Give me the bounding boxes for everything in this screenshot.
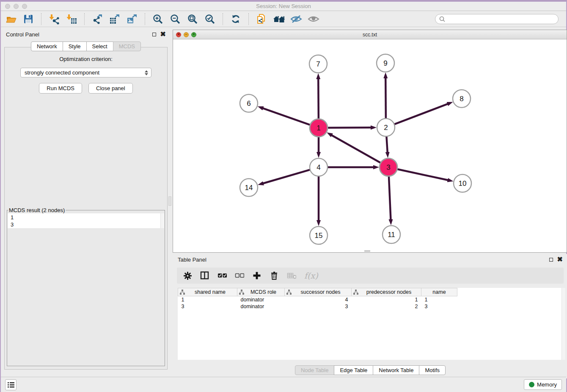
column-header-successor-nodes[interactable]: successor nodes (285, 288, 352, 296)
graph-edge-3-11[interactable] (389, 176, 391, 220)
svg-text:3: 3 (386, 163, 390, 171)
graph-node-1[interactable]: 1 (310, 119, 328, 137)
cell-predecessor-nodes[interactable]: 2 (352, 303, 421, 310)
graph-node-4[interactable]: 4 (310, 158, 328, 176)
panel-splitter-handle[interactable] (168, 196, 171, 206)
graph-node-8[interactable]: 8 (453, 90, 471, 108)
svg-text:1: 1 (317, 124, 320, 132)
tab-network[interactable]: Network (31, 41, 63, 51)
deselect-all-icon[interactable] (235, 271, 244, 280)
search-input[interactable] (446, 16, 558, 22)
zoom-in-icon[interactable] (152, 13, 164, 25)
graph-node-3[interactable]: 3 (380, 158, 397, 176)
table-row[interactable]: 1 dominator 4 1 1 (178, 296, 457, 303)
graph-node-2[interactable]: 2 (377, 119, 395, 136)
graph-node-10[interactable]: 10 (454, 174, 471, 192)
task-history-button[interactable] (5, 379, 17, 390)
graph-edge-4-14[interactable] (263, 170, 310, 183)
graph-edge-1-2[interactable] (328, 127, 371, 128)
select-all-icon[interactable] (217, 271, 227, 280)
column-header-shared-name[interactable]: shared name (178, 288, 237, 296)
close-panel-icon[interactable]: ✖ (160, 32, 166, 36)
clone-network-icon[interactable] (256, 13, 267, 25)
close-panel-button[interactable]: Close panel (88, 83, 133, 94)
tab-style[interactable]: Style (63, 41, 87, 51)
cell-predecessor-nodes[interactable]: 1 (352, 296, 421, 303)
cell-shared-name[interactable]: 1 (178, 296, 237, 303)
graph-edge-1-7[interactable] (318, 79, 319, 119)
tab-network-table[interactable]: Network Table (373, 365, 419, 375)
home-icon[interactable] (273, 13, 285, 25)
cell-mcds-role[interactable]: dominator (237, 296, 285, 303)
run-mcds-button[interactable]: Run MCDS (39, 83, 82, 94)
toolbar-separator (248, 13, 249, 25)
import-network-icon[interactable] (48, 13, 60, 25)
network-window-titlebar[interactable]: ✕ − + scc.txt (173, 30, 567, 39)
control-panel-title: Control Panel (6, 31, 39, 38)
network-graph[interactable]: 7968124314101511 (173, 39, 567, 252)
tab-select[interactable]: Select (86, 41, 113, 51)
cell-name[interactable]: 3 (421, 303, 457, 310)
memory-button[interactable]: Memory (524, 379, 562, 390)
graph-edge-2-9[interactable] (385, 78, 386, 119)
graph-edge-2-8[interactable] (394, 104, 448, 124)
cell-successor-nodes[interactable]: 3 (285, 303, 352, 310)
graph-edge-1-6[interactable] (263, 108, 310, 125)
column-header-mcds-role[interactable]: MCDS role (237, 288, 285, 296)
graph-node-6[interactable]: 6 (240, 94, 258, 112)
criterion-dropdown[interactable]: strongly connected component (20, 68, 151, 77)
tab-mcds[interactable]: MCDS (113, 41, 141, 51)
export-table-icon[interactable] (109, 13, 121, 25)
column-type-icon (180, 290, 185, 295)
open-session-icon[interactable] (5, 13, 17, 25)
refresh-icon[interactable] (230, 13, 242, 25)
close-table-panel-icon[interactable]: ✖ (557, 257, 563, 262)
mcds-result-line: 3 (11, 221, 164, 228)
export-image-icon[interactable] (126, 13, 138, 25)
hide-selected-icon[interactable] (290, 13, 302, 25)
cell-mcds-role[interactable]: dominator (237, 303, 285, 310)
cell-shared-name[interactable]: 3 (178, 303, 237, 310)
float-panel-icon[interactable] (152, 33, 156, 36)
titlebar: Session: New Session (1, 2, 566, 11)
export-network-icon[interactable] (91, 13, 103, 25)
zoom-selected-icon[interactable] (204, 13, 216, 25)
search-field[interactable] (435, 14, 559, 24)
zoom-out-icon[interactable] (169, 13, 181, 25)
save-session-icon[interactable] (22, 13, 34, 25)
node-table: shared name MCDS role successor nodes pr… (178, 288, 565, 360)
column-type-icon (286, 290, 292, 295)
column-header-predecessor-nodes[interactable]: predecessor nodes (352, 288, 421, 296)
tab-edge-table[interactable]: Edge Table (334, 365, 373, 375)
graph-node-15[interactable]: 15 (310, 226, 328, 244)
window-resize-handle[interactable] (364, 250, 370, 252)
graph-edge-2-3[interactable] (386, 136, 387, 152)
zoom-fit-icon[interactable] (187, 13, 198, 25)
network-canvas[interactable]: 7968124314101511 (173, 39, 567, 252)
cell-name[interactable]: 1 (421, 296, 457, 303)
graph-edge-3-10[interactable] (397, 169, 448, 180)
show-all-icon[interactable] (308, 13, 319, 25)
mcds-result-list[interactable]: 1 3 (8, 213, 164, 228)
delete-column-icon[interactable] (270, 271, 279, 280)
gear-icon[interactable] (183, 271, 192, 280)
table-scrollbar[interactable] (561, 288, 565, 360)
graph-node-7[interactable]: 7 (309, 55, 327, 73)
column-view-icon[interactable] (200, 271, 209, 280)
cell-successor-nodes[interactable]: 4 (285, 296, 352, 303)
graph-node-11[interactable]: 11 (383, 226, 400, 243)
svg-text:8: 8 (460, 95, 463, 103)
tab-motifs[interactable]: Motifs (419, 365, 446, 375)
column-header-name[interactable]: name (421, 288, 457, 296)
graph-node-9[interactable]: 9 (377, 54, 394, 72)
float-table-panel-icon[interactable] (549, 258, 553, 262)
tab-node-table[interactable]: Node Table (295, 365, 335, 375)
graph-edge-3-1[interactable] (331, 135, 380, 163)
result-scrollbar[interactable] (160, 213, 164, 228)
add-column-icon[interactable] (252, 271, 261, 280)
memory-status-icon (529, 382, 534, 387)
graph-node-14[interactable]: 14 (240, 179, 258, 196)
memory-label: Memory (537, 381, 557, 388)
table-row[interactable]: 3 dominator 3 2 3 (178, 303, 457, 310)
import-table-icon[interactable] (66, 13, 77, 25)
